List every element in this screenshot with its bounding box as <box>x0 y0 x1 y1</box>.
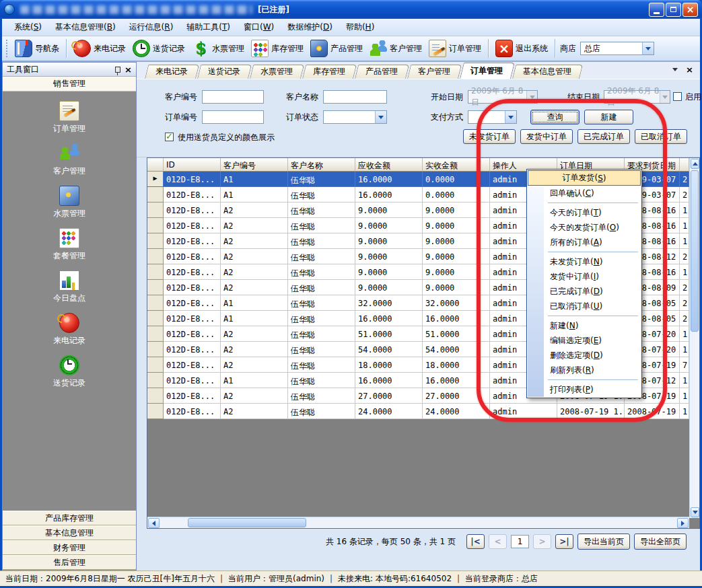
tab-来电记录[interactable]: 来电记录 <box>145 65 196 79</box>
shop-combobox-arrow[interactable] <box>642 42 654 54</box>
scroll-right-arrow[interactable] <box>677 518 689 528</box>
page-number-input[interactable] <box>511 535 529 548</box>
toolbar-button-clock[interactable]: 送货记录 <box>129 38 188 59</box>
context-menu-item[interactable]: 所有的订单(A) <box>528 235 641 250</box>
context-menu-item[interactable]: 删除选定项(D) <box>528 348 641 363</box>
menu-item[interactable]: 系统(S) <box>7 19 48 36</box>
tab-库存管理[interactable]: 库存管理 <box>302 65 353 79</box>
toolbar-button-dollar[interactable]: 水票管理 <box>188 38 248 59</box>
menu-item[interactable]: 窗口(W) <box>237 19 281 36</box>
sidebar-item-bell[interactable]: 来电记录 <box>53 313 85 346</box>
grid-column-header[interactable]: 客户名称 <box>288 158 355 172</box>
sidebar-group-button[interactable]: 产品库存管理 <box>3 511 136 525</box>
filter-button[interactable]: 未发货订单 <box>463 129 516 144</box>
toolbar-button-inventory[interactable]: 库存管理 <box>248 38 307 59</box>
customer-no-input[interactable] <box>202 90 264 104</box>
tab-基本信息管理[interactable]: 基本信息管理 <box>512 65 580 79</box>
customer-name-input[interactable] <box>323 90 387 104</box>
next-page-button[interactable]: > <box>533 534 551 549</box>
menu-item[interactable]: 帮助(H) <box>339 19 381 36</box>
context-menu-item[interactable]: 未发货订单(N) <box>528 254 641 269</box>
sidebar-close-icon[interactable]: × <box>125 65 132 74</box>
table-row[interactable]: 012D-E8...A2伍华聪24.000024.0000admin2008-0… <box>147 404 689 419</box>
restore-button[interactable] <box>666 3 681 17</box>
sidebar-item-package[interactable]: 套餐管理 <box>53 228 85 262</box>
tab-客户管理[interactable]: 客户管理 <box>407 65 458 79</box>
start-date-arrow[interactable] <box>526 91 537 103</box>
tab-水票管理[interactable]: 水票管理 <box>250 65 301 79</box>
start-date-picker[interactable]: 2009年 6月 8日 <box>468 90 538 104</box>
horizontal-scrollbar[interactable] <box>147 517 689 528</box>
order-no-input[interactable] <box>202 110 264 124</box>
sidebar-item-ticket[interactable]: 水票管理 <box>53 186 85 219</box>
toolbar-grip[interactable] <box>6 40 9 57</box>
tab-送货记录[interactable]: 送货记录 <box>197 65 248 79</box>
pay-method-arrow[interactable] <box>505 111 516 123</box>
prev-page-button[interactable]: < <box>489 534 507 549</box>
end-date-picker[interactable]: 2009年 6月 8日 <box>604 90 670 104</box>
filter-button[interactable]: 发货中订单 <box>520 129 573 144</box>
color-display-checkbox[interactable] <box>165 133 174 141</box>
sidebar-item-customers[interactable]: 客户管理 <box>53 143 85 177</box>
export-all-pages-button[interactable]: 导出全部页 <box>634 534 687 550</box>
sidebar-group-button[interactable]: 售后管理 <box>3 555 136 570</box>
grid-column-header[interactable]: 客户编号 <box>221 158 288 172</box>
toolbar-button-product[interactable]: 产品管理 <box>307 38 366 59</box>
grid-column-header[interactable]: ID <box>164 158 221 172</box>
toolbar-button-bell[interactable]: 来电记录 <box>70 38 129 59</box>
pay-method-combobox[interactable] <box>468 110 517 124</box>
scroll-up-arrow[interactable] <box>691 159 699 169</box>
menu-item[interactable]: 辅助工具(T) <box>180 19 237 36</box>
menu-item[interactable]: 基本信息管理(B) <box>48 19 122 36</box>
close-button[interactable]: × <box>682 3 698 17</box>
scroll-down-arrow[interactable] <box>691 507 699 517</box>
tab-close-icon[interactable]: × <box>686 65 693 75</box>
enable-checkbox[interactable] <box>673 92 682 101</box>
context-menu-item[interactable]: 已取消订单(U) <box>528 299 641 314</box>
grid-column-header[interactable]: 实收金额 <box>423 158 490 172</box>
end-date-arrow[interactable] <box>660 91 670 103</box>
context-menu-item[interactable]: 刷新列表(R) <box>528 363 641 377</box>
sidebar-group-sales[interactable]: 销售管理 <box>3 77 136 91</box>
horizontal-scroll-thumb[interactable] <box>188 518 306 527</box>
context-menu-item[interactable]: 新建(N) <box>528 318 641 333</box>
vertical-scroll-thumb[interactable] <box>691 170 699 332</box>
toolbar-button-order[interactable]: 订单管理 <box>425 38 485 59</box>
toolbar-button-nav[interactable]: 导航条 <box>11 38 63 59</box>
context-menu-item[interactable]: 今天的发货订单(O) <box>528 220 641 235</box>
context-menu-item[interactable]: 打印列表(P) <box>528 382 641 397</box>
vertical-scrollbar[interactable] <box>689 158 699 518</box>
filter-button[interactable]: 已完成订单 <box>577 129 630 144</box>
sidebar-item-clock[interactable]: 送货记录 <box>53 355 85 389</box>
context-menu-item[interactable]: 今天的订单(T) <box>528 205 641 220</box>
context-menu-item[interactable]: 已完成订单(D) <box>528 284 641 299</box>
pin-icon[interactable] <box>115 67 120 73</box>
order-status-arrow[interactable] <box>375 111 386 123</box>
shop-combobox[interactable]: 总店 <box>580 42 654 55</box>
last-page-button[interactable]: >| <box>555 534 573 549</box>
tab-scroll-down-icon[interactable] <box>672 68 678 71</box>
filter-button[interactable]: 已取消订单 <box>635 129 687 144</box>
menu-item[interactable]: 数据维护(D) <box>281 19 339 36</box>
sidebar-group-button[interactable]: 财务管理 <box>3 540 136 555</box>
context-menu-item[interactable]: 编辑选定项(E) <box>528 333 641 348</box>
first-page-button[interactable]: |< <box>466 534 485 549</box>
toolbar-button-customers[interactable]: 客户管理 <box>366 38 425 59</box>
menu-item[interactable]: 运行信息(R) <box>122 19 180 36</box>
sidebar-group-button[interactable]: 基本信息管理 <box>3 525 136 540</box>
tab-产品管理[interactable]: 产品管理 <box>355 65 406 79</box>
scroll-left-arrow[interactable] <box>148 518 160 528</box>
new-button[interactable]: 新建 <box>584 110 633 124</box>
sidebar-item-order[interactable]: 订单管理 <box>53 101 85 135</box>
context-menu-item[interactable]: 回单确认(C) <box>528 186 641 200</box>
sidebar-item-chart[interactable]: 今日盘点 <box>53 270 85 304</box>
tab-订单管理[interactable]: 订单管理 <box>460 63 511 79</box>
search-button[interactable]: 查询 <box>530 110 580 124</box>
context-menu-item[interactable]: 订单发货(S) <box>528 170 641 186</box>
toolbar-button-exit[interactable]: 退出系统 <box>492 38 551 59</box>
export-current-page-button[interactable]: 导出当前页 <box>577 534 630 550</box>
minimize-button[interactable] <box>649 3 664 17</box>
order-status-combobox[interactable] <box>323 110 387 124</box>
context-menu-item[interactable]: 发货中订单(I) <box>528 269 641 284</box>
grid-column-header[interactable]: 应收金额 <box>355 158 423 172</box>
